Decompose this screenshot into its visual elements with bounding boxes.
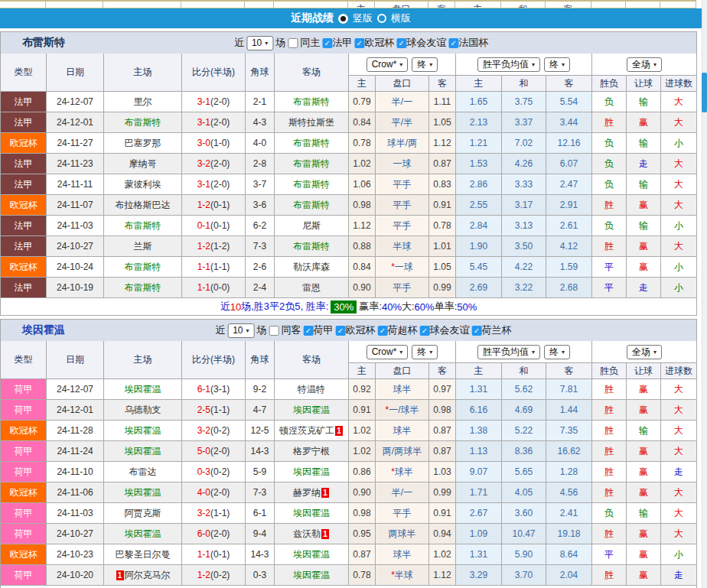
away-team: 雷恩 xyxy=(275,278,349,298)
halftime-score: (1-1) xyxy=(210,508,230,518)
handicap: 半球 xyxy=(376,236,429,257)
avg-odds: 2.68 xyxy=(546,278,592,298)
away-team: 兹沃勒1 xyxy=(275,524,349,544)
league-checkbox[interactable]: ✓ xyxy=(378,326,388,336)
red-card-badge: 1 xyxy=(321,488,329,498)
away-odds: 0.87 xyxy=(429,154,456,174)
score: 3-1(2-0) xyxy=(182,174,246,195)
avg-odds: 2.91 xyxy=(546,195,592,216)
sliver-cell xyxy=(660,2,696,8)
handicap: 平手 xyxy=(376,278,429,298)
vertical-layout-radio[interactable] xyxy=(338,14,348,24)
result-handicap: 输 xyxy=(627,174,661,195)
home-team: 兰斯 xyxy=(104,236,182,257)
fulltime-select[interactable]: 全场▾ xyxy=(627,57,662,72)
scrollbar-thumb[interactable] xyxy=(702,73,707,112)
summary-part: 30% xyxy=(331,300,357,313)
home-team: 布雷斯特 xyxy=(104,112,182,133)
away-team: 布雷斯特 xyxy=(275,154,349,174)
team-section: 埃因霍温近10▾场同客✓荷甲✓欧冠杯✓荷超杯✓球会友谊✓荷兰杯类型日期主场比分(… xyxy=(0,319,697,588)
chevron-down-icon: ▾ xyxy=(399,61,402,68)
away-team: 布雷斯特 xyxy=(275,92,349,112)
fulltime-select-value: 全场 xyxy=(632,58,650,71)
fulltime-select[interactable]: 全场▾ xyxy=(627,345,662,359)
result-handicap: 赢 xyxy=(627,544,661,565)
avg-select[interactable]: 胜平负均值▾ xyxy=(477,57,540,72)
result-wdl: 负 xyxy=(592,133,627,154)
league-checkbox[interactable]: ✓ xyxy=(354,38,364,48)
corners: 6-1 xyxy=(246,503,275,524)
same-venue-checkbox[interactable] xyxy=(288,38,298,48)
result-wdl: 平 xyxy=(592,278,627,298)
away-odds: 0.99 xyxy=(429,482,456,503)
handicap: 平手 xyxy=(376,174,429,195)
sub-column-header: 进球数 xyxy=(661,76,697,92)
home-team-name: 布雷达 xyxy=(129,466,157,479)
result-handicap: 输 xyxy=(627,133,661,154)
league-badge: 荷甲 xyxy=(1,441,47,462)
result-handicap: 赢 xyxy=(627,565,661,586)
final-select[interactable]: 终▾ xyxy=(412,57,438,72)
vertical-layout-label[interactable]: 竖版 xyxy=(353,11,373,25)
league-checkbox[interactable]: ✓ xyxy=(336,326,346,336)
league-checkbox[interactable]: ✓ xyxy=(420,326,430,336)
final-select[interactable]: 终▾ xyxy=(544,57,570,72)
match-row: 欧冠杯24-11-07布拉格斯巴达1-2(0-1)3-6布雷斯特0.98平手0.… xyxy=(1,195,697,216)
match-date: 24-10-27 xyxy=(47,524,104,544)
home-team-name: 埃因霍温 xyxy=(125,383,161,396)
handicap-value: 一/球半 xyxy=(389,404,419,417)
clipped-previous-table-row: 主盘口客主和客 xyxy=(0,0,696,8)
away-odds: 1.05 xyxy=(429,112,456,133)
score: 6-1(3-1) xyxy=(182,379,246,400)
avg-odds: 2.84 xyxy=(456,216,502,236)
home-odds: 0.90 xyxy=(349,482,376,503)
result-handicap: 输 xyxy=(627,421,661,441)
result-handicap: 赢 xyxy=(627,257,661,278)
match-count-select[interactable]: 10▾ xyxy=(246,36,273,50)
home-team: 布雷斯特 xyxy=(104,216,182,236)
match-row: 法甲24-10-27兰斯1-2(1-2)7-3布雷斯特0.88半球1.011.9… xyxy=(1,236,697,257)
final-select[interactable]: 终▾ xyxy=(412,345,438,359)
handicap: 球半 xyxy=(376,544,429,565)
result-goals: 大 xyxy=(661,441,697,462)
halftime-score: (3-1) xyxy=(210,384,230,395)
crow-select[interactable]: Crow*▾ xyxy=(367,57,409,72)
match-date: 24-11-03 xyxy=(47,503,104,524)
league-checkbox[interactable]: ✓ xyxy=(396,38,406,48)
handicap: 球半 xyxy=(376,421,429,441)
league-checkbox[interactable]: ✓ xyxy=(322,38,332,48)
result-handicap: 赢 xyxy=(627,462,661,482)
vertical-scrollbar[interactable] xyxy=(702,0,707,588)
score: 4-0(2-0) xyxy=(182,482,246,503)
result-goals: 小 xyxy=(661,133,697,154)
chevron-down-icon: ▾ xyxy=(532,61,535,68)
league-checkbox[interactable]: ✓ xyxy=(472,326,482,336)
crow-select[interactable]: Crow*▾ xyxy=(367,345,409,359)
avg-odds: 8.36 xyxy=(502,441,546,462)
halftime-score: (0-1) xyxy=(210,220,230,231)
chevron-down-icon: ▾ xyxy=(562,349,565,356)
league-badge: 荷甲 xyxy=(1,379,47,400)
score: 6-0(2-0) xyxy=(182,524,246,544)
sub-column-header: 让球 xyxy=(627,76,661,92)
avg-odds: 3.17 xyxy=(502,195,546,216)
league-checkbox[interactable]: ✓ xyxy=(304,326,314,336)
away-team-name: 布雷斯特 xyxy=(293,96,330,109)
final-select-value: 终 xyxy=(417,58,426,71)
match-row: 荷甲24-11-24埃因霍温5-0(2-0)14-3格罗宁根1.02两/两球半0… xyxy=(1,441,697,462)
avg-select[interactable]: 胜平负均值▾ xyxy=(477,345,540,359)
match-count-select[interactable]: 10▾ xyxy=(227,323,254,338)
league-badge: 法甲 xyxy=(1,92,47,112)
score: 3-1(2-0) xyxy=(182,92,246,112)
fulltime-score: 3-0 xyxy=(197,138,210,148)
same-venue-checkbox[interactable] xyxy=(269,326,279,336)
final-select[interactable]: 终▾ xyxy=(544,345,570,359)
league-badge: 欧冠杯 xyxy=(1,421,47,441)
section-header: 埃因霍温近10▾场同客✓荷甲✓欧冠杯✓荷超杯✓球会友谊✓荷兰杯 xyxy=(1,320,697,341)
horizontal-layout-radio[interactable] xyxy=(377,14,386,23)
league-checkbox[interactable]: ✓ xyxy=(448,38,458,48)
away-team-name: 布雷斯特 xyxy=(293,178,330,191)
avg-odds: 2.67 xyxy=(456,503,502,524)
horizontal-layout-label[interactable]: 横版 xyxy=(391,11,411,25)
column-header: 主场 xyxy=(104,54,182,92)
